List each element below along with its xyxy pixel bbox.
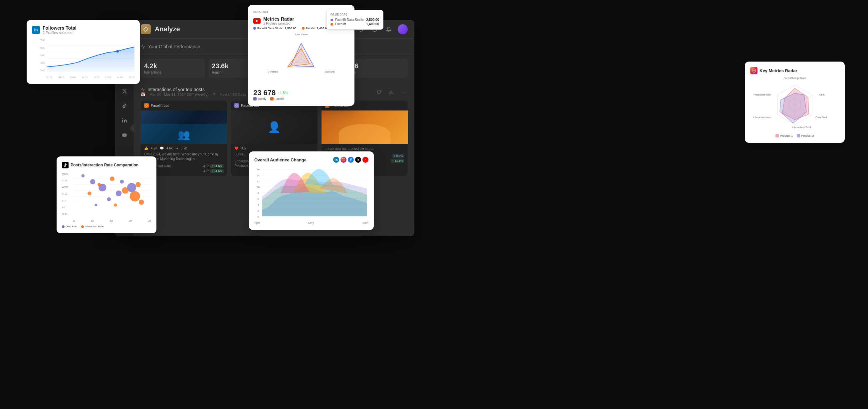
radar-stat-change: +1.5% — [278, 91, 288, 95]
reach-badge-3: ↑ 31.8% — [391, 159, 404, 163]
svg-text:Fans: Fans — [819, 93, 825, 96]
tooltip-value-1: 2,500.00 — [366, 18, 379, 22]
likes-count: 4.2k — [151, 147, 157, 150]
svg-marker-12 — [146, 104, 148, 107]
tiktok-bubble-card: Posts/Interaction Rate Comparation MON T… — [57, 156, 156, 233]
spider-chart: Fans Change Rate Fans Own Post Interacti… — [750, 78, 839, 131]
ig-icon — [752, 68, 756, 72]
ig-small-icon — [342, 158, 345, 161]
legend-name-2: Facelift — [306, 27, 315, 30]
bubble-chart: MON TUE WED THU FRI SAT SUN — [62, 172, 151, 222]
tooltip-value-2: 1,400.00 — [366, 22, 379, 26]
svg-marker-56 — [365, 159, 366, 160]
svg-point-52 — [114, 203, 117, 207]
radar-chart: Total Views Subscribers Total Videos — [253, 33, 349, 86]
notifications-button[interactable] — [384, 24, 394, 34]
tooltip-row-2: Facelift 1,400.00 — [331, 22, 379, 26]
tiktok-card-header: Posts/Interaction Rate Comparation — [62, 162, 151, 168]
performance-icon — [141, 44, 146, 49]
svg-text:2: 2 — [258, 209, 259, 212]
post-card-header-1: Facelift bbt — [141, 100, 227, 111]
sidebar-item-linkedin[interactable] — [119, 115, 130, 126]
linkedin-followers-card: in Followers Total 2 Profiles selected 7… — [27, 20, 140, 84]
sidebar-item-twitter[interactable] — [119, 85, 130, 97]
bell-icon — [386, 27, 392, 32]
posts-section-info: Interactions of yor top posts 📅 Mar 04 -… — [141, 87, 246, 96]
linkedin-brand-icon: in — [32, 26, 40, 34]
svg-point-48 — [135, 182, 141, 187]
audience-chart: 16 14 12 10 8 6 4 2 0 — [254, 167, 368, 220]
tooltip-label-2: Facelift — [335, 22, 346, 26]
engagement-badge-1: ↑ 51.6% — [210, 164, 224, 168]
label-facelift: Facelift — [275, 97, 284, 100]
legend-item-1: Facelift Data Studio 2,500.00 — [253, 27, 297, 30]
download-icon — [389, 90, 393, 94]
metric-label-4: Posts — [347, 70, 405, 74]
legend-label-interaction-rate: Interaction Rate — [85, 225, 103, 228]
tooltip-row-1: Facelift Data Studio 2,500.00 — [331, 18, 379, 22]
line-chart-svg — [46, 39, 134, 72]
linkedin-card-title: Followers Total — [42, 25, 76, 31]
audience-header: Overall Audience Change — [254, 157, 368, 163]
svg-text:8: 8 — [258, 192, 259, 195]
post-text-3: ...from now on, product ble into ... — [325, 147, 404, 151]
svg-text:Subscribers: Subscribers — [324, 70, 335, 73]
engagement-badge-3: ↓ 5.4% — [393, 154, 404, 158]
median-label: Median 90 Days — [220, 93, 246, 96]
key-metrics-radar-card: Key Metrics Radar Fans Change Rate Fans … — [745, 62, 845, 143]
social-linkedin-icon — [333, 157, 339, 163]
shares-count: 5.2k — [181, 147, 187, 150]
chart-x-labels: 30.04 04.05 09.05 14.05 19.05 22.05 24.0… — [46, 76, 134, 78]
day-labels: MON TUE WED THU FRI SAT SUN — [62, 172, 72, 216]
posts-actions: ··· — [374, 87, 408, 96]
radar-title: Metrics Radar — [263, 16, 294, 22]
post-image-3 — [321, 111, 408, 144]
checkbox-quintly[interactable]: ✓ quintly — [253, 97, 266, 100]
svg-text:4: 4 — [258, 203, 259, 206]
svg-text:10: 10 — [257, 186, 259, 189]
svg-point-19 — [116, 50, 119, 53]
posts-section-title: Interactions of yor top posts — [141, 87, 246, 92]
linkedin-card-subtitle: 2 Profiles selected — [42, 31, 76, 35]
audience-svg: 16 14 12 10 8 6 4 2 0 — [254, 167, 368, 220]
legend-value-1: 2,500.00 — [285, 27, 297, 30]
refresh-button[interactable] — [374, 87, 384, 96]
svg-point-50 — [88, 191, 92, 195]
sidebar-item-youtube[interactable] — [119, 129, 130, 141]
post-stats-2: ❤️ 3.5 — [234, 147, 314, 150]
spider-svg: Fans Change Rate Fans Own Post Interacti… — [751, 75, 838, 135]
bubble-svg — [73, 172, 151, 216]
x-label-june: June — [362, 221, 368, 225]
radar-svg: Total Views Subscribers Total Videos — [268, 33, 335, 86]
legend-dot-2 — [302, 27, 305, 30]
svg-point-38 — [90, 179, 95, 184]
bubble-legend: Own Post Interaction Rate — [62, 225, 151, 228]
key-metrics-title: Key Metrics Radar — [760, 68, 797, 73]
svg-text:Total Views: Total Views — [294, 33, 308, 36]
download-button[interactable] — [386, 87, 396, 96]
post-stats-1: 👍 4.2k 💬 4.6k ↪ 5.2k — [144, 147, 224, 150]
chart-area — [46, 39, 134, 72]
svg-point-37 — [81, 175, 85, 178]
sidebar-item-tiktok[interactable] — [119, 100, 130, 112]
linkedin-icon — [122, 118, 127, 123]
audience-change-card: Overall Audience Change — [249, 151, 374, 230]
svg-text:Fans Change Rate: Fans Change Rate — [783, 76, 806, 80]
user-avatar[interactable] — [398, 24, 408, 34]
radar-profiles: 2 Profiles selected — [263, 22, 294, 25]
analyze-icon — [141, 24, 151, 34]
more-button[interactable]: ··· — [398, 87, 408, 96]
yt-small-icon — [364, 158, 367, 161]
diamond-small-icon — [145, 104, 148, 107]
linkedin-card-info: Followers Total 2 Profiles selected — [42, 25, 76, 35]
legend-dot-1 — [253, 27, 256, 30]
audience-title: Overall Audience Change — [254, 157, 307, 162]
checkbox-facelift[interactable]: ✓ Facelift — [270, 97, 284, 100]
svg-point-53 — [335, 158, 336, 159]
svg-point-45 — [110, 177, 115, 181]
reach-badge-1: ↑ 51.6% — [210, 169, 224, 173]
key-metrics-header: Key Metrics Radar — [750, 67, 839, 74]
heart-icon: ❤️ — [234, 147, 238, 150]
instagram-brand-icon — [750, 67, 757, 74]
legend-dot-own-post — [62, 225, 65, 228]
